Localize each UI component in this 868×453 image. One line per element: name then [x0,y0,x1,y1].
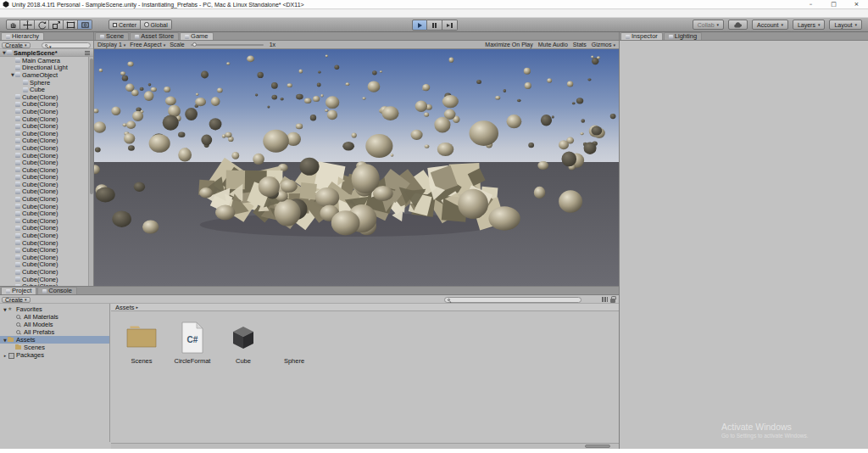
scrollbar-thumb[interactable] [585,445,610,448]
maximize-on-play-button[interactable]: Maximize On Play [485,42,532,48]
hierarchy-item[interactable]: Cube(Clone) [0,261,88,269]
account-button[interactable]: Account ▾ [752,20,788,30]
hierarchy-item[interactable]: Cube(Clone) [0,188,88,196]
hierarchy-tabbar: Hierarchy [0,32,93,41]
hierarchy-item[interactable]: Cube(Clone) [0,181,88,188]
minimize-button[interactable]: – [799,0,822,8]
hierarchy-item[interactable]: Cube(Clone) [0,217,88,225]
pivot-center-button[interactable]: Center [108,20,141,30]
asset-item[interactable]: Scenes [120,319,164,365]
rect-tool-button[interactable] [64,20,78,30]
hierarchy-item[interactable]: ▼ GameObject [0,71,88,79]
play-button[interactable] [412,20,427,31]
lock-icon[interactable] [610,299,615,303]
pause-button[interactable] [427,20,442,31]
rotate-tool-button[interactable] [35,20,49,30]
scale-tool-button[interactable] [49,20,64,30]
scene-options-icon[interactable] [85,51,90,55]
maximize-button[interactable]: □ [822,0,845,8]
project-tree-item[interactable]: ▼ Assets [0,336,109,344]
inspector-tab[interactable]: Inspector [620,32,663,40]
asset-item[interactable]: Sphere [272,319,316,365]
move-tool-button[interactable] [20,20,35,30]
cloud-services-button[interactable] [728,20,748,30]
mute-audio-button[interactable]: Mute Audio [538,42,568,48]
hierarchy-icon [6,35,10,39]
hierarchy-item[interactable]: Cube(Clone) [0,195,88,203]
gameobject-icon [15,72,20,77]
hierarchy-item[interactable]: Cube(Clone) [0,276,88,283]
hierarchy-scrollbar[interactable] [88,57,93,286]
gameobject-icon [15,58,20,63]
hierarchy-item[interactable]: Cube(Clone) [0,210,88,217]
hand-tool-button[interactable] [6,20,20,30]
hierarchy-item[interactable]: Cube(Clone) [0,115,88,123]
project-tree-item[interactable]: All Models [0,321,109,328]
hierarchy-item[interactable]: Cube(Clone) [0,122,88,130]
hierarchy-item[interactable]: Cube(Clone) [0,239,88,247]
gameobject-icon [15,248,20,253]
layers-button[interactable]: Layers ▾ [793,20,826,30]
column-view-icon[interactable] [602,297,608,302]
aspect-dropdown[interactable]: Free Aspect ▾ [130,42,165,48]
hierarchy-item[interactable]: Cube(Clone) [0,225,88,232]
project-search-input[interactable] [444,297,581,303]
collab-button[interactable]: Collab ▾ [693,20,724,30]
hierarchy-item[interactable]: Cube(Clone) [0,137,88,145]
project-tab[interactable]: Project [1,287,36,294]
view-tab[interactable]: Game [180,32,213,40]
hierarchy-item[interactable]: Cube(Clone) [0,152,88,159]
slider-knob[interactable] [192,42,197,47]
hierarchy-item[interactable]: Cube(Clone) [0,130,88,137]
inspector-tab[interactable]: Lighting [664,32,702,40]
hierarchy-item[interactable]: Directional Light [0,64,88,72]
scrollbar-thumb[interactable] [90,59,93,194]
gizmos-dropdown[interactable]: Gizmos ▾ [592,42,615,48]
hierarchy-item[interactable]: Sphere [0,79,88,87]
project-tree-item[interactable]: All Prefabs [0,328,109,336]
project-tree-item[interactable]: ▸ Packages [0,351,109,359]
hierarchy-item[interactable]: Cube(Clone) [0,268,88,276]
hierarchy-search-input[interactable]: ▾ [42,42,91,48]
hierarchy-item[interactable]: Cube(Clone) [0,232,88,239]
view-tab[interactable]: Asset Store [130,32,179,40]
hierarchy-item[interactable]: Cube(Clone) [0,254,88,261]
hierarchy-item[interactable]: Cube(Clone) [0,166,88,174]
hierarchy-item[interactable]: Cube(Clone) [0,159,88,166]
transform-tool-button[interactable] [78,20,92,30]
hierarchy-item[interactable]: Main Camera [0,57,88,64]
hierarchy-item[interactable]: Cube(Clone) [0,93,88,101]
stats-button[interactable]: Stats [573,42,587,48]
hierarchy-item[interactable]: Cube [0,86,88,93]
display-dropdown[interactable]: Display 1 ▾ [97,42,125,48]
hierarchy-item[interactable]: Cube(Clone) [0,108,88,115]
project-tab[interactable]: Console [37,287,77,294]
space-global-button[interactable]: Global [141,20,172,30]
inspector-tab-icon [626,35,630,39]
project-tab-icon [6,289,10,294]
scale-slider[interactable] [191,44,264,46]
hierarchy-item[interactable]: Cube(Clone) [0,101,88,109]
asset-item[interactable]: C# CircleFormat [170,319,214,365]
step-button[interactable] [442,20,458,31]
project-tree-item[interactable]: ▼ Favorites [0,305,109,313]
tab-hierarchy[interactable]: Hierarchy [1,32,44,40]
breadcrumb[interactable]: Assets ▸ [111,304,619,311]
project-tree-item[interactable]: Scenes [0,344,109,351]
hierarchy-item[interactable]: Cube(Clone) [0,144,88,152]
hierarchy-item[interactable]: Cube(Clone) [0,246,88,254]
game-viewport[interactable] [94,49,619,286]
hierarchy-item[interactable]: Cube(Clone) [0,174,88,182]
pivot-center-label: Center [119,22,136,28]
close-button[interactable]: × [845,0,868,8]
project-create-button[interactable]: Create ▾ [2,297,31,303]
asset-item[interactable]: Cube [221,319,265,365]
view-tab[interactable]: Scene [95,32,129,40]
project-tree-item[interactable]: All Materials [0,313,109,321]
hierarchy-item[interactable]: Cube(Clone) [0,203,88,210]
layout-button[interactable]: Layout ▾ [829,20,862,30]
scene-header[interactable]: ▼ SampleScene* [0,49,93,57]
project-scrollbar[interactable] [111,443,619,449]
tree-item-icon [15,329,22,335]
hierarchy-create-button[interactable]: Create ▾ [2,42,31,48]
